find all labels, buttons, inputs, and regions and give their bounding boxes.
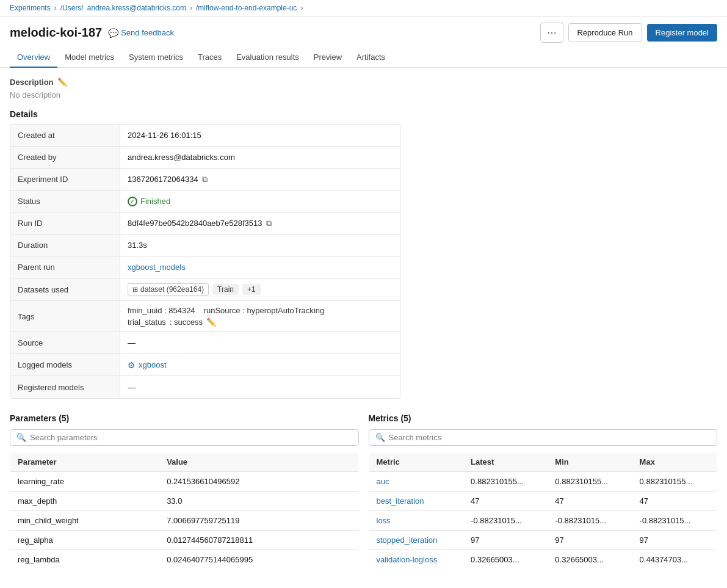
row-status: Status ✓ Finished <box>10 191 400 212</box>
metrics-table: Metric Latest Min Max auc0.882310155...0… <box>369 452 718 570</box>
param-col-header: Parameter <box>10 452 160 472</box>
val-experiment-id: 1367206172064334 ⧉ <box>120 169 215 190</box>
status-label: Finished <box>140 197 170 206</box>
breadcrumb: Experiments › /Users/ andrea.kress@datab… <box>10 4 717 12</box>
val-registered-models: — <box>120 376 143 398</box>
tag-trial-status: trial_status : success ✏️ <box>128 318 392 327</box>
metrics-search-box[interactable]: 🔍 <box>369 429 718 446</box>
key-status: Status <box>10 191 120 212</box>
val-created-by: andrea.kress@databricks.com <box>120 147 242 168</box>
breadcrumb-sep1: › <box>54 4 57 12</box>
table-row: learning_rate0.241536610496592 <box>10 472 359 492</box>
feedback-icon: 💬 <box>108 28 118 38</box>
breadcrumb-sep2: › <box>190 4 192 12</box>
tab-system-metrics[interactable]: System metrics <box>121 48 190 68</box>
more-options-button[interactable]: ⋯ <box>540 23 563 43</box>
metrics-search-input[interactable] <box>389 433 711 442</box>
experiment-id-copy-icon[interactable]: ⧉ <box>202 175 208 184</box>
tab-traces[interactable]: Traces <box>190 48 229 68</box>
metric-name[interactable]: validation-logloss <box>369 550 463 570</box>
metric-latest: -0.88231015... <box>463 511 548 531</box>
param-name: min_child_weight <box>10 511 160 531</box>
key-logged-models: Logged models <box>10 354 120 376</box>
description-value: No description <box>10 90 717 100</box>
tab-preview[interactable]: Preview <box>306 48 349 68</box>
status-check-icon: ✓ <box>128 197 137 206</box>
breadcrumb-experiments[interactable]: Experiments <box>10 4 51 12</box>
parameters-title: Parameters (5) <box>10 413 359 423</box>
description-label: Description <box>10 78 54 87</box>
metric-min: 0.882310155... <box>548 472 632 492</box>
metric-name[interactable]: best_iteration <box>369 492 463 511</box>
dataset-tag[interactable]: ⊞ dataset (962ea164) <box>128 283 209 296</box>
run-title: melodic-koi-187 <box>10 26 102 40</box>
table-row: min_child_weight7.006697759725119 <box>10 511 359 531</box>
key-duration: Duration <box>10 234 120 256</box>
table-row: stopped_iteration979797 <box>369 531 717 550</box>
row-created-at: Created at 2024-11-26 16:01:15 <box>10 125 400 147</box>
key-tags: Tags <box>10 301 120 332</box>
tab-artifacts[interactable]: Artifacts <box>349 48 392 68</box>
breadcrumb-run[interactable]: /mlflow-end-to-end-example-uc <box>196 4 297 12</box>
metric-latest: 47 <box>463 492 548 511</box>
metric-max: 47 <box>632 492 717 511</box>
metric-latest: 97 <box>463 531 548 550</box>
status-finished: ✓ Finished <box>128 197 170 206</box>
metric-col-header: Metric <box>369 452 463 472</box>
run-id-copy-icon[interactable]: ⧉ <box>266 219 272 228</box>
parent-run-link[interactable]: xgboost_models <box>128 263 186 272</box>
model-icon: ⚙ <box>128 360 136 370</box>
val-run-id: 8df4fe97be0542b2840aeb7e528f3513 ⧉ <box>120 212 279 234</box>
breadcrumb-bar: Experiments › /Users/ andrea.kress@datab… <box>0 0 727 16</box>
param-value: 0.241536610496592 <box>159 472 358 492</box>
metrics-search-icon: 🔍 <box>375 433 385 442</box>
tag-fmin-uuid: fmin_uuid : 854324 <box>128 306 195 315</box>
metric-latest: 0.32665003... <box>463 550 548 570</box>
table-row: reg_lambda0.024640775144065995 <box>10 550 359 570</box>
parameters-search-icon: 🔍 <box>16 433 26 442</box>
table-row: reg_alpha0.012744560787218811 <box>10 531 359 550</box>
feedback-label: Send feedback <box>121 28 174 37</box>
nav-tabs: Overview Model metrics System metrics Tr… <box>0 48 727 68</box>
key-source: Source <box>10 332 120 354</box>
parameters-search-box[interactable]: 🔍 <box>10 429 359 446</box>
metric-max: 97 <box>632 531 717 550</box>
experiment-id-value: 1367206172064334 <box>128 175 198 184</box>
metric-name[interactable]: loss <box>369 511 463 531</box>
metric-latest: 0.882310155... <box>463 472 548 492</box>
register-model-button[interactable]: Register model <box>647 24 717 42</box>
description-edit-icon[interactable]: ✏️ <box>57 78 67 87</box>
key-created-at: Created at <box>10 125 120 146</box>
breadcrumb-users[interactable]: /Users/ <box>60 4 84 12</box>
feedback-link[interactable]: 💬 Send feedback <box>108 28 174 38</box>
key-run-id: Run ID <box>10 212 120 234</box>
row-run-id: Run ID 8df4fe97be0542b2840aeb7e528f3513 … <box>10 212 400 234</box>
tags-edit-icon[interactable]: ✏️ <box>206 318 216 327</box>
val-source: — <box>120 332 143 354</box>
dataset-icon: ⊞ <box>132 286 138 294</box>
metric-name[interactable]: stopped_iteration <box>369 531 463 550</box>
parameters-section: Parameters (5) 🔍 Parameter Value learnin… <box>10 413 359 570</box>
main-content: Description ✏️ No description Details Cr… <box>0 68 727 579</box>
key-experiment-id: Experiment ID <box>10 169 120 190</box>
metric-name[interactable]: auc <box>369 472 463 492</box>
logged-model-link[interactable]: ⚙ xgboost <box>128 360 167 370</box>
val-parent-run: xgboost_models <box>120 256 193 278</box>
tab-model-metrics[interactable]: Model metrics <box>57 48 121 68</box>
header-left: melodic-koi-187 💬 Send feedback <box>10 26 174 40</box>
metric-min: -0.88231015... <box>548 511 632 531</box>
row-experiment-id: Experiment ID 1367206172064334 ⧉ <box>10 169 400 191</box>
val-tags: fmin_uuid : 854324 runSource : hyperoptA… <box>120 301 400 332</box>
row-tags: Tags fmin_uuid : 854324 runSource : hype… <box>10 301 400 332</box>
val-status: ✓ Finished <box>120 191 178 212</box>
tab-evaluation-results[interactable]: Evaluation results <box>229 48 306 68</box>
page-header: melodic-koi-187 💬 Send feedback ⋯ Reprod… <box>0 16 727 48</box>
value-col-header: Value <box>159 452 358 472</box>
dataset-extra-tag[interactable]: +1 <box>242 284 261 295</box>
row-source: Source — <box>10 332 400 354</box>
metric-max: 0.44374703... <box>632 550 717 570</box>
tab-overview[interactable]: Overview <box>10 48 57 68</box>
parameters-search-input[interactable] <box>30 433 352 442</box>
reproduce-run-button[interactable]: Reproduce Run <box>568 23 642 42</box>
dataset-type-tag: Train <box>212 284 239 295</box>
